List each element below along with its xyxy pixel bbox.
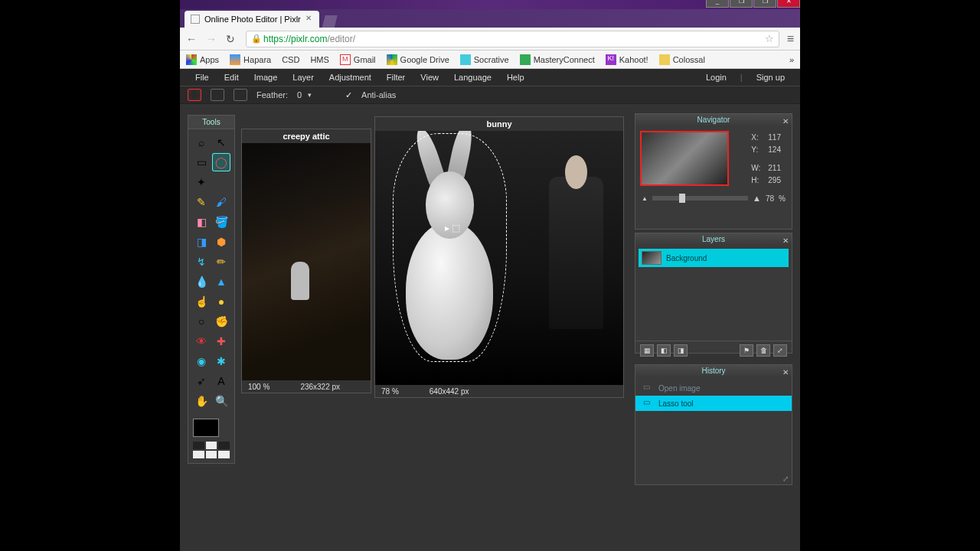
tool-crop[interactable]: ⌕	[193, 134, 210, 151]
panel-header[interactable]: Navigator✕	[635, 114, 792, 126]
tool-zoom[interactable]: 🔍	[213, 393, 230, 409]
layer-style-icon[interactable]: ◨	[674, 344, 688, 357]
layer-row[interactable]: Background	[639, 249, 789, 267]
foreground-color[interactable]	[193, 419, 219, 437]
swatch[interactable]	[218, 442, 230, 449]
menu-language[interactable]: Language	[446, 73, 499, 82]
zoom-slider[interactable]: ▲ ▲ 78 %	[642, 194, 786, 203]
browser-tab[interactable]: Online Photo Editor | Pixlr ✕	[185, 11, 319, 28]
tool-burn[interactable]: ✊	[213, 313, 230, 330]
tool-blur[interactable]: 💧	[193, 273, 210, 290]
tool-move[interactable]: ↖	[213, 134, 230, 151]
document-window-attic[interactable]: creepy attic 100 % 236x322 px	[241, 129, 371, 393]
bookmarks-overflow-icon[interactable]: »	[789, 55, 794, 64]
lasso-mode-icon[interactable]	[188, 89, 201, 101]
login-link[interactable]: Login	[698, 73, 734, 82]
panel-resize-icon[interactable]: ⤢	[782, 474, 789, 483]
swatch[interactable]	[193, 451, 204, 458]
zoom-out-icon[interactable]: ▲	[642, 195, 648, 202]
bookmark-socrative[interactable]: Socrative	[460, 54, 509, 65]
swatch[interactable]	[206, 451, 217, 458]
bookmark-hms[interactable]: HMS	[310, 55, 328, 64]
panel-close-icon[interactable]: ✕	[782, 367, 789, 379]
history-item[interactable]: ▭Lasso tool	[635, 396, 792, 411]
tool-picker[interactable]: ➶	[193, 373, 210, 390]
tool-dodge[interactable]: ○	[193, 313, 210, 330]
swatch[interactable]	[193, 442, 204, 449]
swatch[interactable]	[218, 451, 230, 458]
tool-pinch[interactable]: ✱	[213, 353, 230, 370]
menu-view[interactable]: View	[413, 73, 446, 82]
reload-button[interactable]: ↻	[226, 33, 238, 45]
bookmark-kahoot[interactable]: K!Kahoot!	[606, 54, 648, 65]
menu-file[interactable]: File	[188, 73, 217, 82]
layer-new-icon[interactable]: ⚑	[740, 344, 753, 357]
layer-settings-icon[interactable]: ▦	[640, 344, 654, 357]
bookmark-gmail[interactable]: MGmail	[340, 54, 376, 65]
panel-header[interactable]: History✕	[635, 365, 792, 377]
doc-canvas[interactable]: ▸ ⬚	[375, 131, 623, 385]
minimize-button[interactable]: _	[706, 0, 729, 8]
bookmark-drive[interactable]: Google Drive	[387, 54, 449, 65]
tool-brush[interactable]: 🖌	[213, 194, 230, 210]
tool-wand[interactable]: ✦	[193, 174, 210, 191]
address-bar[interactable]: 🔒 https:// pixlr.com /editor/ ☆	[246, 31, 779, 47]
selection-sub-icon[interactable]	[234, 89, 247, 101]
swatch[interactable]	[206, 442, 217, 449]
bookmark-mastery[interactable]: MasteryConnect	[520, 54, 595, 65]
bookmark-colossal[interactable]: Colossal	[659, 54, 705, 65]
zoom-in-icon[interactable]: ▲	[753, 194, 761, 203]
tool-lasso[interactable]: ◯	[213, 154, 230, 171]
tool-spot[interactable]: ✚	[213, 333, 230, 350]
menu-filter[interactable]: Filter	[379, 73, 413, 82]
menu-help[interactable]: Help	[499, 73, 532, 82]
tool-type[interactable]: A	[213, 373, 230, 390]
tool-sharpen[interactable]: ▲	[213, 273, 230, 290]
new-tab-button[interactable]	[322, 15, 338, 28]
panel-close-icon[interactable]: ✕	[782, 116, 789, 128]
layer-delete-icon[interactable]: 🗑	[756, 344, 770, 357]
tool-bucket[interactable]: 🪣	[213, 214, 230, 230]
tool-gradient[interactable]: ◨	[193, 233, 210, 250]
feather-value[interactable]: 0	[297, 90, 302, 99]
tool-clone[interactable]: ⬢	[213, 233, 230, 250]
antialias-label[interactable]: Anti-alias	[361, 90, 396, 99]
panel-resize-icon[interactable]: ⤢	[773, 344, 787, 357]
doc-canvas[interactable]	[242, 143, 371, 380]
antialias-check-icon[interactable]: ✓	[345, 90, 352, 100]
tool-sponge[interactable]: ●	[213, 293, 230, 310]
signup-link[interactable]: Sign up	[749, 73, 792, 82]
forward-button[interactable]: →	[206, 33, 218, 45]
panel-header[interactable]: Layers✕	[635, 233, 792, 246]
navigator-thumbnail[interactable]	[640, 131, 729, 186]
tool-hand[interactable]: ✋	[193, 393, 210, 409]
hamburger-menu-icon[interactable]: ≡	[787, 32, 794, 46]
layer-mask-icon[interactable]: ◧	[657, 344, 671, 357]
menu-adjustment[interactable]: Adjustment	[322, 73, 379, 82]
tab-close-icon[interactable]: ✕	[305, 15, 313, 23]
menu-image[interactable]: Image	[247, 73, 286, 82]
menu-edit[interactable]: Edit	[217, 73, 247, 82]
document-window-bunny[interactable]: bunny ▸ ⬚ 78 % 640x442 px	[374, 116, 624, 398]
menu-layer[interactable]: Layer	[285, 73, 322, 82]
tool-redeye[interactable]: 👁	[193, 333, 210, 350]
tool-draw[interactable]: ✏	[213, 253, 230, 270]
maximize-button[interactable]: ❐	[730, 0, 753, 8]
apps-button[interactable]: Apps	[186, 54, 219, 65]
history-item[interactable]: ▭Open image	[635, 380, 792, 396]
bookmark-hapara[interactable]: Hapara	[230, 54, 271, 65]
feather-dropdown-icon[interactable]: ▾	[308, 91, 312, 99]
selection-add-icon[interactable]	[211, 89, 224, 101]
tool-pencil[interactable]: ✎	[193, 194, 210, 210]
tool-replace[interactable]: ↯	[193, 253, 210, 270]
tool-bloat[interactable]: ◉	[193, 353, 210, 370]
tool-marquee[interactable]: ▭	[193, 154, 210, 171]
back-button[interactable]: ←	[186, 33, 198, 45]
tool-smudge[interactable]: ☝	[193, 293, 210, 310]
close-button[interactable]: ✕	[777, 0, 800, 8]
bookmark-csd[interactable]: CSD	[282, 55, 299, 64]
bookmark-star-icon[interactable]: ☆	[765, 33, 774, 44]
restore-button[interactable]: ❐	[753, 0, 776, 8]
tool-eraser[interactable]: ◧	[193, 214, 210, 230]
panel-close-icon[interactable]: ✕	[782, 235, 789, 247]
